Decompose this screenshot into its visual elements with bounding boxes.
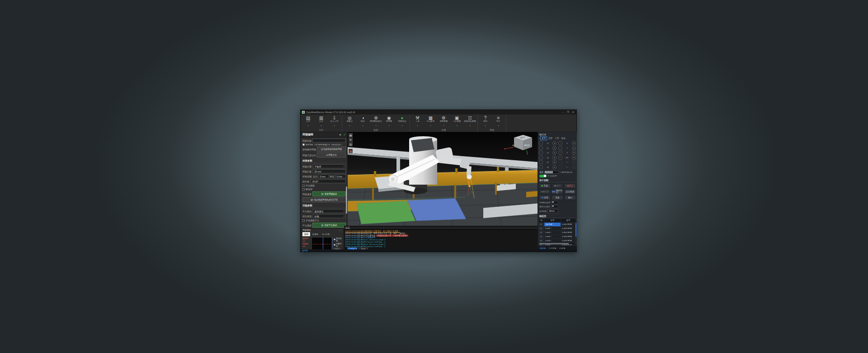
start-button[interactable]: ▶开始 bbox=[539, 183, 551, 188]
tabs-scroll-left-icon[interactable]: ◂ bbox=[539, 137, 540, 139]
jog-plus-J3[interactable]: + bbox=[552, 151, 557, 155]
axis-row-J2[interactable]: J20.000 °0.000 RPM bbox=[539, 227, 576, 230]
sim-mode-toggle[interactable] bbox=[551, 205, 558, 208]
jog-minus-Y[interactable]: − bbox=[558, 146, 562, 150]
jog-minus-J3[interactable]: − bbox=[539, 151, 543, 155]
seam-length-input[interactable]: 25 mm bbox=[313, 169, 346, 173]
title-bar[interactable]: CypWeldDemo Model (7.0.110.6) nut2.tfr –… bbox=[301, 110, 576, 114]
jog-plus-X[interactable]: + bbox=[572, 141, 576, 145]
seam-preview-canvas[interactable] bbox=[311, 237, 333, 251]
left-panel-scrollbar[interactable] bbox=[346, 186, 347, 214]
layers-icon[interactable]: ▧ bbox=[349, 142, 353, 146]
update-platform-advance-button[interactable]: ⟳ 更新平台递进 bbox=[312, 223, 346, 228]
sync-update-track-button[interactable]: ⟳ 同步更新焊接轨迹(U)(7/0) bbox=[302, 197, 346, 202]
ribbon-button-导入工件[interactable]: ⇩导入工件▾ bbox=[328, 115, 341, 129]
wire-type-select[interactable]: 碳钢 bbox=[313, 214, 346, 218]
status-chip[interactable]: 预览图 bbox=[301, 249, 308, 252]
jog-settings-link[interactable]: ⚙ 点动设置 bbox=[547, 175, 557, 177]
manual-adjust-checkbox[interactable] bbox=[302, 185, 305, 187]
gap-end-input[interactable]: 0 mm bbox=[335, 174, 346, 178]
jog-plus-J2[interactable]: + bbox=[552, 146, 557, 150]
table-scrollbar[interactable] bbox=[576, 223, 577, 237]
seam-type-checkbox[interactable] bbox=[302, 143, 305, 146]
jog-minus-J2[interactable]: − bbox=[539, 146, 543, 150]
simulation-button[interactable]: ⚙仿真 bbox=[539, 195, 551, 200]
dock-tab-轨迹图[interactable]: 轨迹图 bbox=[311, 233, 320, 236]
platform-mode-select[interactable]: 返回原点 bbox=[313, 209, 346, 213]
viewport-3d[interactable]: LEFT BACK ▦⚙▧▩ bbox=[348, 132, 538, 226]
ribbon-button-工具[interactable]: ⚒工具▾ bbox=[411, 115, 424, 129]
jog-plus-J5[interactable]: + bbox=[552, 160, 557, 164]
run-track-button[interactable]: 运行轨迹 bbox=[564, 189, 576, 194]
direct-connect-button[interactable]: 直连 bbox=[552, 195, 563, 200]
dock-tab-原图[interactable]: 原图 bbox=[302, 232, 310, 236]
ribbon-button-通用参数[interactable]: ⚙通用参数▾ bbox=[437, 115, 450, 129]
jog-minus-RX[interactable]: − bbox=[558, 156, 562, 160]
log-lines[interactable]: [05/19 16:42:52][CAD]读取焊接工艺数据库，载入焊接工艺参数！… bbox=[344, 230, 538, 247]
ribbon-button-统计[interactable]: ≡统计▾ bbox=[492, 115, 505, 129]
jog-minus-J5[interactable]: − bbox=[539, 160, 543, 164]
ribbon-button-帮助[interactable]: ?帮助▾ bbox=[479, 115, 492, 129]
update-seam-advance-button[interactable]: ⟳ 更新焊缝递进 bbox=[312, 191, 346, 196]
jog-tab-世界[interactable]: 世界 bbox=[547, 137, 553, 140]
contour-control-checkbox[interactable] bbox=[334, 244, 335, 246]
show-coords-checkbox[interactable] bbox=[334, 239, 335, 240]
auto-select-button[interactable]: 自动选择连续曲线焊缝 bbox=[317, 147, 346, 152]
jog-tab-基坐[interactable]: 基坐 bbox=[561, 137, 566, 140]
step-back-button[interactable]: ◀◀回退 bbox=[539, 189, 551, 194]
ribbon-button-PLC配置[interactable]: ▦PLC配置▾ bbox=[424, 115, 437, 129]
snap-grid-icon[interactable]: ▦ bbox=[349, 133, 353, 137]
jog-tab-工具[interactable]: 工具 bbox=[554, 137, 560, 140]
viewport-settings-icon[interactable]: ⚙ bbox=[349, 138, 353, 142]
jog-minus-J1[interactable]: − bbox=[539, 141, 543, 145]
stitch-weld-checkbox[interactable] bbox=[302, 188, 305, 191]
step-distance-select[interactable]: 10mm bbox=[547, 209, 558, 213]
axis-row-J3[interactable]: J30.000 °0.000 RPM bbox=[539, 231, 576, 234]
ribbon-button-视图状态[interactable]: ●视图状态▾ bbox=[396, 115, 409, 129]
manual-platform-checkbox[interactable] bbox=[302, 219, 305, 222]
tilt-angle-input[interactable]: 16.00° bbox=[311, 179, 346, 183]
seam-name-input[interactable] bbox=[312, 138, 346, 143]
skip-step-button[interactable]: ▶▶跳步执行 bbox=[552, 189, 563, 194]
robot-tool-icon[interactable]: ▩ bbox=[349, 149, 353, 153]
ribbon-button-焊缝圈初始位[interactable]: ⊕焊缝圈初始位▾ bbox=[369, 115, 382, 129]
ribbon-button-观察点[interactable]: ◎观察点▾ bbox=[343, 115, 356, 129]
pause-button[interactable]: ▮▮暂停 bbox=[552, 183, 563, 188]
jog-minus-Z[interactable]: − bbox=[558, 151, 562, 155]
torch-direction-button[interactable]: ⇄ 焊枪方向 bbox=[317, 153, 346, 157]
ribbon-button-打开[interactable]: ▥打开▾ bbox=[315, 115, 328, 129]
axis-row-J5[interactable]: J50.000 °0.000 RPM bbox=[539, 239, 576, 243]
ribbon-button-焊缝圈[interactable]: ◉焊缝圈▾ bbox=[382, 115, 396, 129]
jog-minus-RZ[interactable]: − bbox=[558, 165, 562, 169]
jog-plus-J1[interactable]: + bbox=[552, 141, 557, 145]
jog-minus-RY[interactable]: − bbox=[558, 160, 562, 164]
minimize-button[interactable]: – bbox=[562, 110, 564, 114]
jog-plus-RY[interactable]: + bbox=[572, 160, 576, 164]
jog-plus-RZ[interactable]: + bbox=[572, 165, 576, 169]
maximize-button[interactable]: ❐ bbox=[567, 110, 569, 114]
jog-minus-J6[interactable]: − bbox=[539, 165, 543, 169]
horizontal-scrollbar[interactable] bbox=[539, 243, 574, 244]
output-button[interactable]: 输出 bbox=[564, 195, 576, 200]
speed-slider[interactable] bbox=[544, 171, 559, 174]
jog-minus-X[interactable]: − bbox=[558, 141, 562, 145]
jog-enable-toggle[interactable] bbox=[539, 175, 547, 177]
jog-minus-J4[interactable]: − bbox=[539, 156, 543, 160]
panel-confirm-icon[interactable]: ✓ bbox=[343, 133, 346, 137]
stop-button[interactable]: ■停止 bbox=[564, 183, 576, 188]
axis-row-J1[interactable]: J1-94.708 °0.000 RPM bbox=[539, 223, 576, 226]
panel-close-icon[interactable]: ✕ bbox=[339, 133, 341, 136]
jog-plus-RX[interactable]: + bbox=[572, 156, 576, 160]
jog-tab-关节[interactable]: 关节 bbox=[540, 136, 547, 140]
axis-row-J4[interactable]: J40.000 °0.000 RPM bbox=[539, 235, 576, 239]
jog-plus-Z[interactable]: + bbox=[572, 151, 576, 155]
single-axis-toggle[interactable] bbox=[551, 201, 558, 204]
gap-start-input[interactable]: 0 mm bbox=[318, 174, 329, 178]
ribbon-button-工艺参数[interactable]: ▣工艺参数▾ bbox=[450, 115, 463, 129]
ribbon-button-文件[interactable]: ▤文件▾ bbox=[302, 115, 315, 129]
ribbon-button-离线编程参数[interactable]: ☷离线编程参数▾ bbox=[463, 115, 476, 129]
dock-tab-3D-2D图[interactable]: 3D-2D图 bbox=[321, 233, 331, 236]
dock-menu-icon[interactable]: ⁙⁙ bbox=[339, 229, 342, 232]
jog-plus-J6[interactable]: + bbox=[552, 165, 557, 169]
close-button[interactable]: ✕ bbox=[572, 110, 574, 114]
